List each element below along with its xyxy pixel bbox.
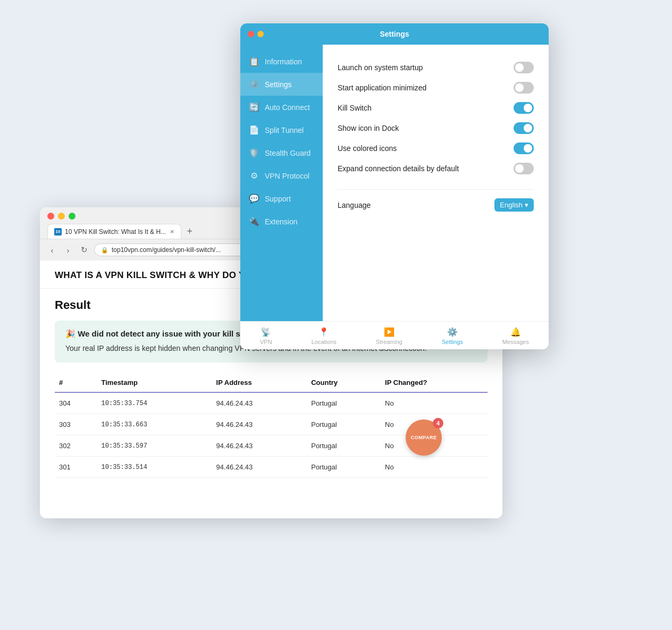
settings-row: Kill Switch <box>338 98 534 118</box>
browser-forward-button[interactable]: › <box>62 246 74 255</box>
browser-url: top10vpn.com/guides/vpn-kill-switch/... <box>112 246 221 254</box>
settings-label-show-icon-in-dock: Show icon in Dock <box>338 124 399 132</box>
browser-dot-yellow[interactable] <box>58 213 65 220</box>
toggle-knob-kill-switch <box>524 104 532 112</box>
sidebar-label-auto-connect: Auto Connect <box>265 103 310 112</box>
toggle-knob-expand-connection-details-by-default <box>515 164 524 173</box>
bottomnav-icon-settings: ⚙️ <box>447 327 458 337</box>
bottomnav-icon-locations: 📍 <box>318 327 329 337</box>
settings-label-launch-on-system-startup: Launch on system startup <box>338 63 423 72</box>
sidebar-icon-auto-connect: 🔄 <box>249 102 259 112</box>
vpn-titlebar: Settings <box>240 23 549 45</box>
bottomnav-item-streaming[interactable]: ▶️ Streaming <box>372 327 407 345</box>
toggle-kill-switch[interactable] <box>514 102 534 114</box>
cell-ip: 94.46.24.43 <box>212 457 307 478</box>
language-label: Language <box>338 201 371 209</box>
vpn-window-title: Settings <box>380 30 409 38</box>
sidebar-item-information[interactable]: 📋 Information <box>240 50 323 73</box>
bottomnav-item-locations[interactable]: 📍 Locations <box>307 327 341 345</box>
bottomnav-item-messages[interactable]: 🔔 Messages <box>498 327 533 345</box>
bottomnav-label-streaming: Streaming <box>376 339 402 345</box>
settings-row: Show icon in Dock <box>338 118 534 138</box>
vpn-window-dots <box>248 31 264 37</box>
toggle-knob-use-colored-icons <box>524 144 532 153</box>
sidebar-label-support: Support <box>265 195 291 203</box>
bottomnav-label-locations: Locations <box>312 339 337 345</box>
browser-tab-close[interactable]: × <box>170 228 174 236</box>
toggle-start-application-minimized[interactable] <box>514 82 534 94</box>
vpn-settings-main: Launch on system startup Start applicati… <box>323 45 549 321</box>
cell-num: 304 <box>55 392 97 414</box>
sidebar-item-vpn-protocol[interactable]: ⚙ VPN Protocol <box>240 164 323 187</box>
browser-dot-green[interactable] <box>69 213 75 220</box>
bottomnav-item-settings[interactable]: ⚙️ Settings <box>438 327 467 345</box>
toggle-knob-launch-on-system-startup <box>515 63 524 72</box>
settings-label-expand-connection-details-by-default: Expand connection details by default <box>338 164 459 173</box>
language-row: Language English ▾ <box>338 189 534 212</box>
cell-ip: 94.46.24.43 <box>212 435 307 457</box>
cell-changed: No <box>381 392 488 414</box>
settings-row: Expand connection details by default <box>338 158 534 179</box>
settings-label-use-colored-icons: Use colored icons <box>338 144 397 153</box>
cell-num: 303 <box>55 414 97 435</box>
cell-timestamp: 10:35:33.514 <box>97 457 212 478</box>
sidebar-label-split-tunnel: Split Tunnel <box>265 126 304 135</box>
sidebar-icon-information: 📋 <box>249 56 259 66</box>
sidebar-item-auto-connect[interactable]: 🔄 Auto Connect <box>240 96 323 119</box>
sidebar-icon-stealth-guard: 🛡️ <box>249 148 259 158</box>
sidebar-item-extension[interactable]: 🔌 Extension <box>240 210 323 233</box>
sidebar-icon-split-tunnel: 📄 <box>249 125 259 135</box>
toggle-expand-connection-details-by-default[interactable] <box>514 163 534 174</box>
settings-label-start-application-minimized: Start application minimized <box>338 83 426 92</box>
browser-new-tab[interactable]: + <box>183 225 196 238</box>
cell-country: Portugal <box>307 414 381 435</box>
browser-back-button[interactable]: ‹ <box>46 246 58 255</box>
toggle-show-icon-in-dock[interactable] <box>514 122 534 134</box>
sidebar-label-extension: Extension <box>265 217 297 226</box>
settings-row: Use colored icons <box>338 138 534 158</box>
cell-timestamp: 10:35:33.754 <box>97 392 212 414</box>
compare-button[interactable]: 4 COMPARE <box>406 419 442 456</box>
sidebar-item-settings[interactable]: ⚙️ Settings <box>240 73 323 96</box>
toggle-use-colored-icons[interactable] <box>514 142 534 154</box>
bottomnav-icon-messages: 🔔 <box>510 327 521 337</box>
browser-dot-red[interactable] <box>47 213 54 220</box>
toggle-knob-start-application-minimized <box>515 83 524 92</box>
sidebar-label-vpn-protocol: VPN Protocol <box>265 172 309 180</box>
language-value: English <box>500 201 523 209</box>
cell-timestamp: 10:35:33.597 <box>97 435 212 457</box>
vpn-dot-red[interactable] <box>248 31 254 37</box>
vpn-dot-yellow[interactable] <box>257 31 264 37</box>
sidebar-item-support[interactable]: 💬 Support <box>240 187 323 210</box>
table-row: 304 10:35:33.754 94.46.24.43 Portugal No <box>55 392 488 414</box>
compare-badge: 4 <box>433 418 443 429</box>
table-header-country: Country <box>307 373 381 392</box>
bottomnav-label-vpn: VPN <box>260 339 272 345</box>
sidebar-label-stealth-guard: Stealth Guard <box>265 149 310 157</box>
toggle-launch-on-system-startup[interactable] <box>514 62 534 73</box>
settings-row: Launch on system startup <box>338 57 534 78</box>
cell-ip: 94.46.24.43 <box>212 414 307 435</box>
sidebar-icon-support: 💬 <box>249 194 259 204</box>
vpn-bottom-nav: 📡 VPN 📍 Locations ▶️ Streaming ⚙️ Settin… <box>240 321 549 349</box>
sidebar-item-stealth-guard[interactable]: 🛡️ Stealth Guard <box>240 141 323 164</box>
browser-tab-label: 10 VPN Kill Switch: What Is It & H... <box>65 228 166 236</box>
cell-num: 302 <box>55 435 97 457</box>
lock-icon: 🔒 <box>101 247 108 254</box>
sidebar-label-information: Information <box>265 57 302 66</box>
sidebar-item-split-tunnel[interactable]: 📄 Split Tunnel <box>240 119 323 141</box>
table-header-num: # <box>55 373 97 392</box>
cell-timestamp: 10:35:33.663 <box>97 414 212 435</box>
sidebar-icon-extension: 🔌 <box>249 216 259 226</box>
language-select[interactable]: English ▾ <box>494 198 534 212</box>
sidebar-label-settings: Settings <box>265 80 292 89</box>
sidebar-icon-vpn-protocol: ⚙ <box>249 171 259 181</box>
cell-ip: 94.46.24.43 <box>212 392 307 414</box>
bottomnav-icon-streaming: ▶️ <box>384 327 394 337</box>
browser-tab-active[interactable]: 10 10 VPN Kill Switch: What Is It & H...… <box>47 224 181 239</box>
cell-changed: No <box>381 457 488 478</box>
compare-button-label: COMPARE <box>411 435 437 440</box>
vpn-settings-window: Settings 📋 Information ⚙️ Settings 🔄 Aut… <box>240 23 549 349</box>
browser-reload-button[interactable]: ↻ <box>78 245 90 255</box>
bottomnav-item-vpn[interactable]: 📡 VPN <box>256 327 276 345</box>
